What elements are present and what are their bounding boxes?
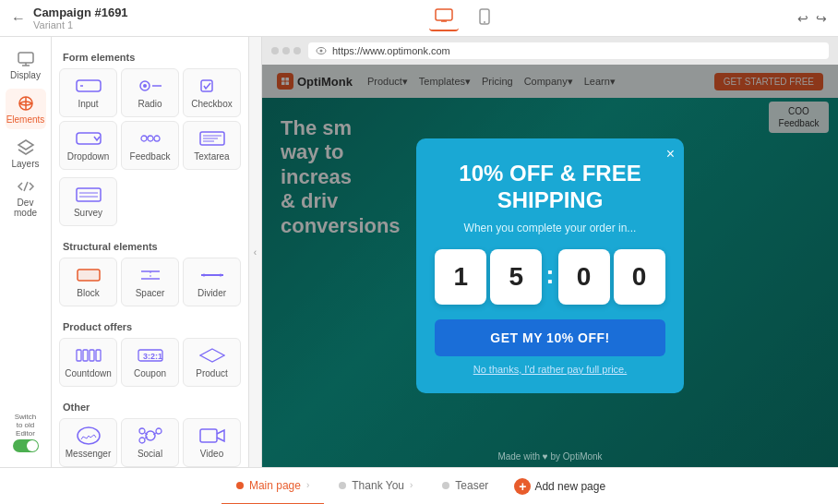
spacer-label: Spacer: [136, 288, 165, 298]
element-product[interactable]: Product: [183, 338, 241, 387]
tab-thankyou-label: Thank You: [352, 479, 404, 492]
popup-decline-link[interactable]: No thanks, I'd rather pay full price.: [435, 364, 665, 375]
svg-point-52: [320, 50, 323, 53]
tab-main-label: Main page: [249, 479, 301, 492]
element-textarea[interactable]: Textarea: [183, 121, 241, 170]
canvas-area: https://www.optimonk.com: [262, 37, 838, 467]
element-radio[interactable]: Radio: [121, 68, 179, 117]
element-feedback[interactable]: Feedback: [121, 121, 179, 170]
survey-label: Survey: [74, 208, 102, 218]
collapse-handle[interactable]: ‹: [249, 37, 262, 467]
social-label: Social: [138, 449, 162, 459]
video-svg: [199, 426, 225, 445]
checkbox-icon: [199, 77, 225, 95]
top-bar-left: ← Campaign #1691 Variant 1: [11, 6, 128, 30]
svg-point-43: [146, 431, 155, 440]
divider-icon: [199, 266, 225, 284]
video-icon: [199, 426, 225, 445]
browser-dot-2: [282, 47, 290, 54]
layers-label: Layers: [11, 159, 39, 169]
mobile-device-button[interactable]: [473, 5, 496, 31]
element-coupon[interactable]: 3:2:1 Coupon: [121, 338, 179, 387]
element-divider[interactable]: Divider: [183, 258, 241, 306]
svg-point-20: [154, 136, 160, 141]
element-checkbox[interactable]: Checkbox: [183, 68, 241, 117]
countdown-digit-2: 5: [490, 249, 542, 305]
dropdown-icon: [76, 129, 102, 148]
element-dropdown[interactable]: Dropdown: [59, 121, 117, 170]
element-spacer[interactable]: Spacer: [121, 258, 179, 306]
undo-button[interactable]: ↩: [797, 11, 808, 26]
sidebar-item-display[interactable]: Display: [6, 44, 46, 85]
element-countdown[interactable]: Countdown: [59, 338, 117, 387]
messenger-label: Messenger: [66, 449, 111, 459]
back-button[interactable]: ←: [11, 10, 26, 27]
countdown-colon-1: :: [545, 249, 554, 305]
top-bar-right: ↩ ↪: [797, 11, 827, 26]
sidebar-item-devmode[interactable]: Dev mode: [6, 177, 46, 218]
element-social[interactable]: Social: [121, 418, 179, 467]
add-page-label: Add new page: [534, 480, 605, 493]
svg-rect-16: [201, 80, 212, 91]
element-input[interactable]: Input: [59, 68, 117, 117]
svg-line-10: [24, 182, 28, 191]
icon-sidebar: Display Elements Layers Dev m: [0, 37, 52, 467]
countdown-container: 1 5 : 0 0: [435, 249, 665, 305]
browser-dot-1: [271, 47, 279, 54]
toggle-knob: [27, 440, 38, 451]
coupon-icon: 3:2:1: [138, 346, 163, 365]
sidebar-item-layers[interactable]: Layers: [6, 133, 46, 174]
element-survey[interactable]: Survey: [59, 177, 117, 226]
survey-icon: [76, 186, 102, 204]
popup-subtitle: When you complete your order in...: [435, 222, 665, 234]
bottom-bar: Main page › Thank You › Teaser + Add new…: [0, 467, 838, 504]
social-icon: [138, 426, 163, 445]
svg-point-45: [156, 428, 162, 434]
top-bar-center: [429, 5, 496, 31]
desktop-device-button[interactable]: [429, 5, 459, 31]
product-svg: [199, 348, 225, 363]
tab-teaser-dot: [442, 482, 449, 489]
svg-point-18: [141, 136, 147, 141]
block-icon: [76, 266, 102, 284]
redo-button[interactable]: ↪: [816, 11, 827, 26]
divider-label: Divider: [198, 288, 226, 298]
tab-teaser[interactable]: Teaser: [427, 468, 503, 505]
campaign-title: Campaign #1691: [33, 6, 128, 19]
toggle-switch[interactable]: [13, 439, 39, 452]
svg-rect-17: [77, 133, 101, 144]
svg-point-19: [148, 136, 153, 141]
section-title-product: Product offers: [52, 314, 248, 338]
eye-icon: [316, 45, 327, 56]
svg-text:3:2:1: 3:2:1: [143, 352, 162, 361]
popup-close-button[interactable]: ×: [666, 146, 675, 162]
add-new-page-button[interactable]: + Add new page: [503, 468, 617, 505]
svg-rect-5: [18, 53, 33, 63]
sidebar-item-elements[interactable]: Elements: [6, 89, 46, 129]
dropdown-label: Dropdown: [67, 151, 110, 162]
browser-url-bar[interactable]: https://www.optimonk.com: [308, 42, 829, 59]
website-background: OptiMonk Product▾ Templates▾ Pricing Com…: [262, 65, 838, 467]
tab-thank-you[interactable]: Thank You ›: [324, 468, 427, 505]
survey-grid: Survey: [52, 177, 248, 234]
element-block[interactable]: Block: [59, 258, 117, 306]
svg-rect-0: [436, 9, 452, 20]
svg-point-34: [219, 274, 221, 277]
radio-svg: [138, 78, 163, 93]
form-elements-grid: Input Radio: [52, 68, 248, 177]
campaign-info: Campaign #1691 Variant 1: [33, 6, 128, 30]
section-title-other: Other: [52, 394, 248, 418]
svg-point-33: [202, 274, 205, 277]
svg-rect-38: [96, 350, 101, 361]
switch-editor[interactable]: Switch to old Editor: [9, 405, 42, 460]
popup-cta-button[interactable]: GET MY 10% OFF!: [435, 319, 665, 356]
checkbox-label: Checkbox: [191, 99, 232, 109]
element-messenger[interactable]: Messenger: [59, 418, 117, 467]
spacer-svg: [138, 268, 163, 282]
tab-main-page[interactable]: Main page ›: [221, 468, 324, 505]
element-video[interactable]: Video: [183, 418, 241, 467]
popup-title: 10% OFF & FREE SHIPPING: [435, 161, 665, 214]
layers-icon: [17, 138, 35, 157]
feedback-icon: [138, 129, 163, 148]
block-label: Block: [77, 288, 99, 298]
